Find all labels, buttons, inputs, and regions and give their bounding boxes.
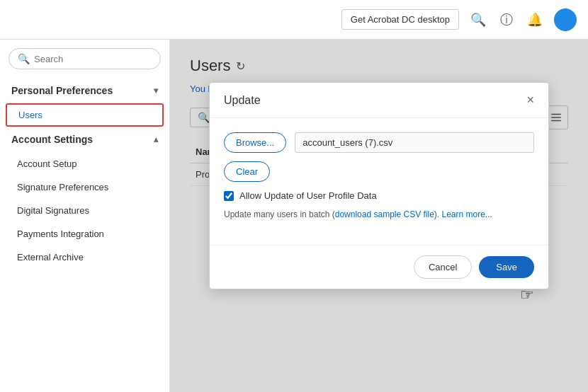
- learn-more-link[interactable]: Learn more...: [442, 209, 492, 219]
- checkbox-row: Allow Update of User Profile Data: [224, 190, 534, 201]
- avatar[interactable]: [554, 8, 577, 31]
- sidebar-section-personal-preferences-label: Personal Preferences: [11, 85, 113, 96]
- file-input[interactable]: [295, 132, 534, 153]
- sidebar-search-icon: 🔍: [18, 53, 30, 64]
- chevron-down-icon: ▾: [154, 86, 158, 96]
- sidebar-item-signature-preferences[interactable]: Signature Preferences: [0, 175, 169, 199]
- sidebar-section-account-settings[interactable]: Account Settings ▴: [0, 127, 169, 152]
- sidebar-item-payments-integration[interactable]: Payments Integration: [0, 222, 169, 246]
- file-row: Browse...: [224, 132, 534, 153]
- bell-icon[interactable]: 🔔: [524, 9, 545, 30]
- sidebar-search[interactable]: 🔍: [9, 48, 161, 69]
- modal-overlay: Update × Browse... Clear Allow Update of…: [170, 40, 588, 392]
- sidebar-item-digital-signatures[interactable]: Digital Signatures: [0, 199, 169, 222]
- sidebar-item-account-setup-label: Account Setup: [17, 158, 77, 169]
- sidebar-item-external-archive[interactable]: External Archive: [0, 246, 169, 269]
- sidebar-section-account-settings-label: Account Settings: [11, 134, 93, 145]
- clear-button[interactable]: Clear: [224, 161, 270, 182]
- sidebar-item-account-setup[interactable]: Account Setup: [0, 152, 169, 175]
- sidebar-item-users-label: Users: [18, 110, 43, 120]
- modal-footer: Cancel Save ☞: [210, 245, 548, 289]
- download-csv-link[interactable]: download sample CSV file: [335, 209, 434, 219]
- cursor-hand2-icon: ☞: [520, 286, 534, 304]
- sidebar: 🔍 Personal Preferences ▾ Users Account S…: [0, 40, 170, 392]
- sidebar-section-personal-preferences[interactable]: Personal Preferences ▾: [0, 78, 169, 103]
- info-text-separator: ).: [434, 209, 442, 219]
- main-content: Users ↻ You have 5 active users. 🔍 ☞: [170, 40, 588, 392]
- sidebar-item-signature-preferences-label: Signature Preferences: [17, 182, 108, 192]
- update-modal: Update × Browse... Clear Allow Update of…: [209, 82, 549, 289]
- sidebar-search-input[interactable]: [34, 54, 152, 64]
- modal-header: Update ×: [210, 83, 548, 118]
- acrobat-dc-button[interactable]: Get Acrobat DC desktop: [341, 9, 459, 30]
- save-button[interactable]: Save: [479, 256, 534, 278]
- sidebar-item-payments-integration-label: Payments Integration: [17, 229, 104, 239]
- modal-close-button[interactable]: ×: [526, 93, 534, 108]
- browse-button[interactable]: Browse...: [224, 132, 286, 153]
- search-icon[interactable]: 🔍: [468, 9, 489, 30]
- sidebar-item-users[interactable]: Users: [6, 103, 164, 127]
- help-icon[interactable]: ⓘ: [497, 8, 516, 31]
- info-text: Update many users in batch (download sam…: [224, 209, 534, 219]
- modal-title: Update: [224, 94, 261, 107]
- info-text-prefix: Update many users in batch (: [224, 209, 335, 219]
- sidebar-item-digital-signatures-label: Digital Signatures: [17, 205, 89, 216]
- chevron-up-icon: ▴: [154, 134, 158, 144]
- allow-update-checkbox[interactable]: [224, 191, 234, 201]
- cancel-button[interactable]: Cancel: [414, 255, 472, 279]
- checkbox-label: Allow Update of User Profile Data: [239, 190, 377, 201]
- modal-body: Browse... Clear Allow Update of User Pro…: [210, 118, 548, 245]
- app-header: Get Acrobat DC desktop 🔍 ⓘ 🔔: [0, 0, 588, 40]
- main-layout: 🔍 Personal Preferences ▾ Users Account S…: [0, 40, 588, 392]
- sidebar-item-external-archive-label: External Archive: [17, 252, 84, 263]
